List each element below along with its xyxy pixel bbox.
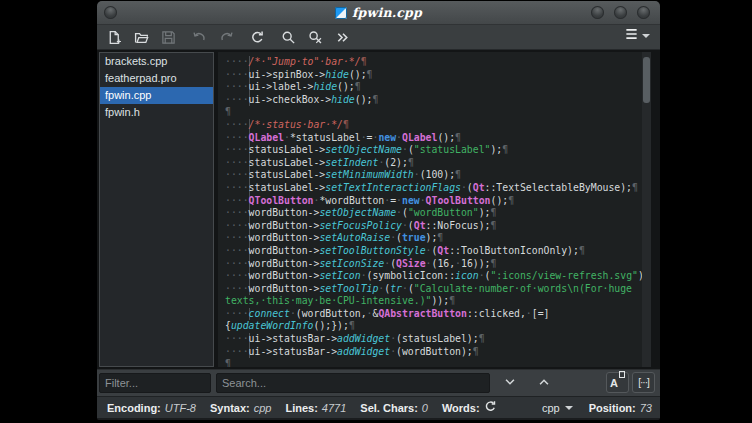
position-value: 73	[640, 402, 652, 414]
match-case-button[interactable]: A	[606, 372, 629, 393]
open-folder-icon	[134, 30, 149, 45]
status-encoding: Encoding: UTF-8	[107, 402, 196, 414]
refresh-icon	[484, 400, 497, 416]
code-line[interactable]: ····wordButton->setAutoRaise·(true);¶	[225, 232, 642, 245]
code-line[interactable]: ····wordButton->setFocusPolicy·(Qt::NoFo…	[225, 220, 642, 233]
code-line[interactable]: {updateWordInfo();});¶	[225, 320, 642, 333]
words-label: Words:	[442, 402, 480, 414]
file-item[interactable]: fpwin.cpp	[100, 87, 213, 104]
chevron-up-icon	[537, 375, 551, 392]
code-line[interactable]: ····ui->checkBox->hide();¶	[225, 94, 642, 107]
magnifier-x-icon	[308, 30, 323, 45]
featherpad-app-icon	[335, 7, 347, 19]
find-previous-button[interactable]	[535, 374, 553, 392]
code-line[interactable]: ····wordButton->setObjectName·("wordButt…	[225, 207, 642, 220]
magnifier-icon	[281, 30, 296, 45]
reload-button[interactable]	[248, 28, 266, 46]
code-line[interactable]: ····statusLabel->setObjectName·("statusL…	[225, 144, 642, 157]
code-line[interactable]: ····statusLabel->setTextInteractionFlags…	[225, 182, 642, 195]
vertical-scrollbar[interactable]	[642, 52, 651, 367]
chevron-down-icon	[565, 406, 573, 410]
redo-button[interactable]	[217, 28, 235, 46]
code-line[interactable]: ····ui->spinBox->hide();¶	[225, 69, 642, 82]
code-view[interactable]: ····/*·"Jump·to"·bar·*/¶····ui->spinBox-…	[218, 52, 642, 367]
search-bar: A [···]	[97, 369, 660, 396]
reload-icon	[250, 30, 265, 45]
status-words: Words:	[442, 400, 497, 416]
sel-chars-value: 0	[422, 402, 428, 414]
syntax-label: Syntax:	[210, 402, 250, 414]
window-title: fpwin.cpp	[352, 5, 422, 20]
code-line[interactable]: ¶	[225, 106, 642, 119]
window-controls	[591, 6, 650, 19]
statusbar-right: cpp Position: 73	[542, 402, 652, 414]
syntax-combobox[interactable]: cpp	[542, 402, 573, 414]
undo-arrow-icon	[192, 30, 207, 45]
code-line[interactable]: ····wordButton->setIcon·(symbolicIcon::i…	[225, 270, 642, 283]
toolbar-overflow-button[interactable]	[333, 28, 351, 46]
file-item[interactable]: fpwin.h	[100, 104, 213, 121]
new-tab-button[interactable]	[105, 28, 123, 46]
search-input[interactable]	[216, 373, 490, 393]
code-line[interactable]: ····statusLabel->setMinimumWidth·(100);¶	[225, 169, 642, 182]
code-line[interactable]: ····/*·"Jump·to"·bar·*/¶	[225, 56, 642, 69]
code-line[interactable]: ····/*·status·bar·*/¶	[225, 119, 642, 132]
file-item[interactable]: brackets.cpp	[100, 53, 213, 70]
undo-button[interactable]	[190, 28, 208, 46]
code-line[interactable]: ····ui->label->hide();¶	[225, 81, 642, 94]
find-next-button[interactable]	[501, 374, 519, 392]
status-syntax: Syntax: cpp	[210, 402, 272, 414]
filter-input[interactable]	[99, 373, 211, 393]
syntax-combo-value: cpp	[542, 402, 560, 414]
chevron-down-icon	[503, 375, 517, 392]
code-line[interactable]: ····wordButton->setToolButtonStyle·(Qt::…	[225, 245, 642, 258]
position-label: Position:	[589, 402, 636, 414]
save-button[interactable]	[159, 28, 177, 46]
redo-arrow-icon	[219, 30, 234, 45]
encoding-label: Encoding:	[107, 402, 161, 414]
window-menu-button[interactable]	[104, 6, 117, 19]
main-area: brackets.cppfeatherpad.profpwin.cppfpwin…	[97, 50, 660, 369]
chevron-down-icon	[642, 34, 650, 38]
search-button[interactable]	[279, 28, 297, 46]
code-line[interactable]: ····QLabel·*statusLabel·=·new·QLabel();¶	[225, 132, 642, 145]
window-bottom-edge	[97, 418, 660, 420]
code-line[interactable]: ····QToolButton·*wordButton·=·new·QToolB…	[225, 195, 642, 208]
new-file-icon	[107, 30, 122, 45]
toolbar	[97, 25, 660, 50]
status-position: Position: 73	[589, 402, 652, 414]
code-line[interactable]: ····connect·(wordButton,·&QAbstractButto…	[225, 308, 642, 321]
close-button[interactable]	[637, 6, 650, 19]
hamburger-menu-icon	[624, 27, 639, 45]
code-line[interactable]: texts,·this·may·be·CPU-intensive.)"));¶	[225, 295, 642, 308]
editor: ····/*·"Jump·to"·bar·*/¶····ui->spinBox-…	[218, 52, 651, 367]
floppy-icon	[161, 30, 176, 45]
file-list: brackets.cppfeatherpad.profpwin.cppfpwin…	[99, 52, 214, 367]
match-case-icon: A	[610, 377, 625, 389]
scrollbar-thumb[interactable]	[643, 57, 650, 103]
status-selection: Sel. Chars: 0	[360, 402, 428, 414]
whole-word-icon: [···]	[638, 377, 649, 388]
titlebar[interactable]: fpwin.cpp	[97, 1, 660, 25]
lines-label: Lines:	[285, 402, 317, 414]
desktop-background: fpwin.cpp	[0, 0, 752, 423]
whole-word-button[interactable]: [···]	[632, 372, 655, 393]
status-lines: Lines: 4771	[285, 402, 346, 414]
code-line[interactable]: ¶	[225, 358, 642, 367]
lines-value: 4771	[322, 402, 346, 414]
code-line[interactable]: ····ui->statusBar->addWidget·(wordButton…	[225, 346, 642, 359]
open-file-button[interactable]	[132, 28, 150, 46]
code-line[interactable]: ····wordButton->setIconSize·(QSize·(16,·…	[225, 258, 642, 271]
end-search-button[interactable]	[306, 28, 324, 46]
file-item[interactable]: featherpad.pro	[100, 70, 213, 87]
code-line[interactable]: ····ui->statusBar->addWidget·(statusLabe…	[225, 333, 642, 346]
code-line[interactable]: ····wordButton->setToolTip·(tr·("Calcula…	[225, 283, 642, 296]
main-menu-button[interactable]	[624, 27, 650, 45]
statusbar: Encoding: UTF-8 Syntax: cpp Lines: 4771 …	[97, 396, 660, 418]
minimize-button[interactable]	[591, 6, 604, 19]
sel-chars-label: Sel. Chars:	[360, 402, 417, 414]
maximize-button[interactable]	[614, 6, 627, 19]
encoding-value: UTF-8	[165, 402, 196, 414]
word-count-refresh-button[interactable]	[484, 400, 497, 416]
code-line[interactable]: ····statusLabel->setIndent·(2);¶	[225, 157, 642, 170]
